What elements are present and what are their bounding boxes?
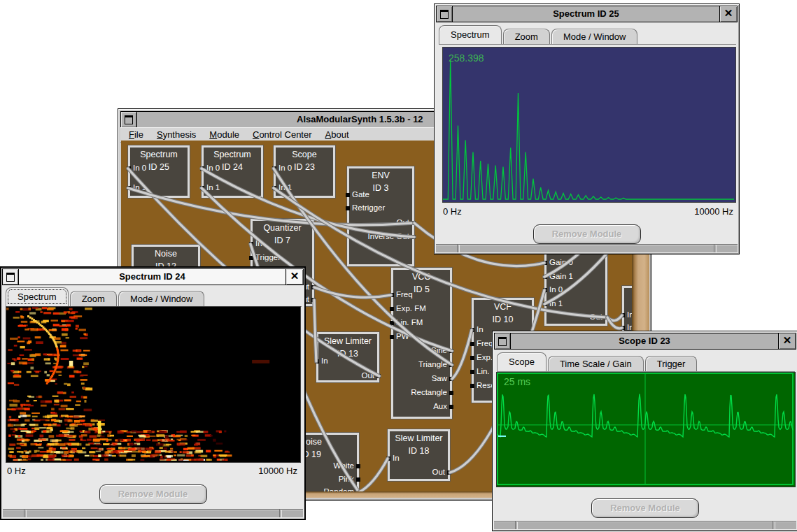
port-jack[interactable] (200, 166, 204, 171)
port-jack[interactable] (390, 321, 394, 325)
window-menu-button[interactable] (437, 6, 453, 22)
port-jack[interactable] (386, 456, 390, 461)
scope23-titlebar[interactable]: Scope ID 23 ✕ (494, 333, 796, 350)
port-in-freq[interactable]: Freq (396, 289, 413, 300)
module-spectrum-24[interactable]: SpectrumID 24In 0In 1 (202, 145, 263, 198)
port-jack[interactable] (621, 313, 625, 317)
close-icon[interactable]: ✕ (719, 6, 737, 22)
port-in-gain-1[interactable]: Gain 1 (549, 271, 573, 282)
port-jack[interactable] (200, 186, 204, 190)
port-out-out[interactable]: Out (589, 312, 602, 322)
port-in-exp-fm[interactable]: Exp. FM (396, 303, 426, 314)
menu-file[interactable]: File (124, 129, 148, 140)
port-out-saw[interactable]: Saw (432, 373, 447, 384)
port-in-in-1[interactable]: In 1 (549, 299, 563, 309)
port-out-rectangle[interactable]: Rectangle (411, 387, 447, 398)
close-icon[interactable]: ✕ (778, 333, 796, 349)
window-menu-button[interactable] (495, 333, 511, 349)
module-env-3[interactable]: ENVID 3GateRetriggerOutInverse Out (347, 166, 414, 266)
port-jack[interactable] (346, 193, 350, 197)
port-in-pw[interactable]: PW (396, 331, 409, 342)
port-jack[interactable] (449, 349, 453, 353)
port-in-in[interactable]: In (393, 453, 400, 463)
spectrum25-tab-mode-window[interactable]: Mode / Window (551, 29, 638, 44)
port-jack[interactable] (470, 356, 474, 360)
module-spectrum-25[interactable]: SpectrumID 25In 0In 1 (128, 145, 190, 198)
remove-module-button[interactable]: Remove Module (99, 484, 207, 504)
port-in-retrigger[interactable]: Retrigger (352, 203, 385, 213)
port-jack[interactable] (249, 256, 253, 260)
port-out-out[interactable]: Out (361, 371, 374, 381)
port-in-in-0[interactable]: In 0 (549, 285, 563, 295)
port-jack[interactable] (543, 288, 547, 292)
port-jack[interactable] (390, 335, 394, 339)
port-jack[interactable] (543, 275, 547, 279)
port-out-inverse-out[interactable]: Inverse Out (368, 231, 409, 242)
resize-bar[interactable] (494, 521, 796, 529)
port-in-in-0[interactable]: In 0 (133, 163, 146, 173)
port-in-trigger[interactable]: Trigger (255, 252, 281, 263)
port-out-aux[interactable]: Aux (433, 401, 447, 412)
scope23-tab-time-scale-gain[interactable]: Time Scale / Gain (548, 356, 644, 371)
port-out-white[interactable]: White (334, 461, 354, 471)
module-slew-limiter-18[interactable]: Slew LimiterID 18InOut (388, 429, 450, 481)
port-jack[interactable] (315, 359, 319, 364)
port-in-in[interactable]: In (477, 324, 484, 335)
port-jack[interactable] (376, 374, 381, 378)
port-in-in-1[interactable]: In 1 (206, 182, 220, 193)
spectrum25-tab-spectrum[interactable]: Spectrum (439, 25, 502, 44)
port-jack[interactable] (346, 206, 350, 210)
resize-bar[interactable] (3, 509, 303, 517)
resize-bar[interactable] (436, 244, 738, 252)
port-out-out[interactable]: Out (396, 217, 409, 228)
window-menu-button[interactable] (3, 269, 19, 285)
spectrum25-tab-zoom[interactable]: Zoom (503, 29, 550, 44)
port-jack[interactable] (449, 377, 453, 381)
port-jack[interactable] (390, 307, 394, 311)
menu-about[interactable]: About (320, 129, 354, 140)
port-in-in-1[interactable]: In 1 (133, 182, 146, 193)
module-slew-limiter-13[interactable]: Slew LimiterID 13InOut (316, 332, 379, 382)
port-jack[interactable] (470, 384, 474, 388)
port-jack[interactable] (272, 166, 276, 171)
port-in-gate[interactable]: Gate (352, 189, 369, 200)
port-in-in-0[interactable]: In 0 (278, 163, 292, 173)
port-jack[interactable] (470, 370, 474, 374)
scope23-tab-scope[interactable]: Scope (497, 352, 546, 371)
port-out-pink[interactable]: Pink (339, 474, 354, 484)
port-out-triangle[interactable]: Triangle (418, 359, 447, 370)
port-jack[interactable] (470, 342, 474, 346)
spectrum24-tab-mode-window[interactable]: Mode / Window (118, 291, 205, 306)
port-jack[interactable] (543, 302, 547, 306)
port-jack[interactable] (621, 326, 625, 330)
port-jack[interactable] (543, 261, 547, 265)
remove-module-button[interactable]: Remove Module (591, 498, 699, 518)
spectrum24-titlebar[interactable]: Spectrum ID 24 ✕ (2, 268, 304, 285)
port-jack[interactable] (390, 293, 394, 297)
port-jack[interactable] (449, 405, 453, 409)
port-jack[interactable] (411, 221, 416, 225)
port-jack[interactable] (356, 477, 360, 482)
port-in-in[interactable]: In (321, 356, 328, 366)
port-jack[interactable] (605, 315, 609, 319)
port-in-lin-fm[interactable]: Lin. FM (396, 317, 423, 328)
port-in-in[interactable]: In (255, 238, 262, 249)
port-jack[interactable] (127, 186, 131, 190)
port-in-in-1[interactable]: In 1 (278, 182, 292, 193)
port-jack[interactable] (449, 363, 453, 367)
port-jack[interactable] (356, 464, 360, 468)
port-jack[interactable] (127, 166, 131, 171)
port-out-sine[interactable]: Sine (431, 345, 447, 356)
spectrum24-tab-spectrum[interactable]: Spectrum (6, 287, 69, 306)
menu-control-center[interactable]: Control Center (248, 129, 317, 140)
port-out-out[interactable]: Out (432, 467, 445, 477)
window-menu-button[interactable] (121, 112, 137, 127)
menu-module[interactable]: Module (204, 129, 244, 140)
scope23-tab-trigger[interactable]: Trigger (645, 356, 698, 371)
port-jack[interactable] (470, 328, 474, 332)
port-jack[interactable] (449, 391, 453, 395)
port-jack[interactable] (411, 235, 416, 239)
spectrum24-tab-zoom[interactable]: Zoom (70, 291, 117, 306)
menu-synthesis[interactable]: Synthesis (152, 129, 201, 140)
port-in-in-0[interactable]: In 0 (206, 163, 220, 173)
